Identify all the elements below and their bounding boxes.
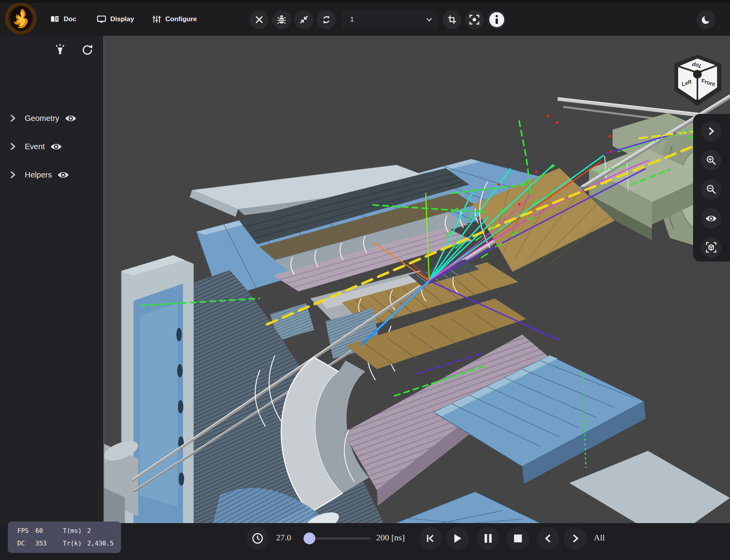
helpers-visibility-eye-icon[interactable] (57, 171, 69, 179)
right-toolbar (693, 114, 730, 262)
sidebar-item-event-label: Event (25, 142, 45, 151)
overlay-view-button[interactable] (701, 208, 721, 229)
chevron-right-icon (708, 127, 714, 135)
chevron-right-icon[interactable] (10, 114, 15, 122)
stats-dc-value: 353 (35, 540, 63, 547)
play-button[interactable] (446, 527, 469, 550)
collapse-view-button[interactable] (295, 10, 313, 29)
crop-view-button[interactable] (443, 10, 461, 29)
stats-time-value: 2 (87, 527, 91, 534)
phoenix-bird-icon (10, 5, 32, 31)
reset-view-button[interactable] (82, 44, 93, 57)
left-sidebar: Geometry Event Helpers (0, 36, 103, 560)
moon-icon (701, 15, 711, 25)
bug-icon (277, 15, 286, 24)
playback-speed-value: 27.0 (276, 533, 291, 543)
phoenix-event-display: Doc Display Configure (0, 0, 730, 560)
event-selector-dropdown[interactable]: 1 (342, 11, 439, 29)
lighting-button[interactable] (54, 44, 66, 58)
sidebar-item-geometry[interactable]: Geometry (0, 110, 103, 127)
stats-fps-label: FPS (17, 527, 35, 534)
zoom-in-icon (706, 155, 716, 165)
close-icon (255, 15, 263, 24)
stop-icon (514, 534, 522, 543)
cube-scan-icon (706, 242, 717, 253)
rotate-sync-icon (322, 15, 331, 24)
focus-scan-icon (469, 15, 479, 25)
sidebar-item-event[interactable]: Event (0, 138, 103, 155)
geometry-visibility-eye-icon[interactable] (65, 114, 77, 123)
previous-event-button[interactable] (536, 527, 559, 550)
info-button[interactable] (487, 10, 506, 29)
timed-playback-button[interactable] (246, 527, 269, 550)
top-navbar: Doc Display Configure (0, 3, 730, 36)
play-icon (453, 533, 462, 544)
detector-3d-view[interactable] (103, 36, 730, 560)
playback-range-label: 200 [ns] (376, 533, 405, 543)
info-icon (489, 12, 505, 27)
phoenix-logo[interactable] (5, 2, 37, 35)
collection-label: All (594, 533, 605, 543)
event-selector-value: 1 (350, 16, 426, 23)
event-visibility-eye-icon[interactable] (50, 143, 62, 151)
window-top-strip (0, 0, 730, 3)
collapse-panel-button[interactable] (701, 121, 721, 141)
crop-icon (447, 15, 457, 24)
zoom-in-button[interactable] (701, 150, 721, 170)
book-icon (50, 15, 59, 23)
monitor-icon (97, 15, 106, 23)
menu-configure-label: Configure (165, 15, 197, 23)
stats-triangles-value: 2,430.5 (87, 540, 113, 547)
refresh-icon (82, 44, 93, 56)
menu-doc[interactable]: Doc (50, 3, 76, 36)
debug-button[interactable] (272, 10, 291, 29)
sidebar-item-helpers-label: Helpers (25, 170, 52, 179)
zoom-out-icon (706, 184, 716, 194)
chevron-right-icon[interactable] (10, 143, 15, 150)
object-clipping-button[interactable] (701, 237, 721, 258)
stats-time-label: T(ms) (63, 527, 87, 534)
chevron-right-icon (573, 534, 578, 543)
clear-event-button[interactable] (250, 10, 269, 29)
playback-speed-slider[interactable] (304, 537, 371, 540)
skip-start-icon (426, 534, 435, 543)
pause-button[interactable] (477, 527, 499, 550)
chevron-down-icon (426, 18, 432, 22)
menu-doc-label: Doc (64, 15, 76, 23)
stats-triangles-label: Tr(k) (63, 540, 87, 547)
compress-arrows-icon (299, 15, 309, 24)
next-event-button[interactable] (564, 527, 587, 550)
detector-geometry (103, 36, 730, 560)
dark-mode-toggle[interactable] (697, 10, 715, 29)
eye-icon (705, 214, 717, 223)
stats-fps-value: 60 (35, 527, 63, 534)
chevron-right-icon[interactable] (10, 171, 15, 179)
stop-button[interactable] (507, 527, 529, 550)
performance-stats-panel: FPS 60 T(ms) 2 DC 353 Tr(k) 2,430.5 (8, 522, 121, 553)
skip-to-start-button[interactable] (419, 527, 442, 550)
slider-thumb[interactable] (304, 533, 315, 544)
orientation-cube[interactable]: Top Left Front (672, 53, 724, 109)
menu-display-label: Display (110, 15, 134, 23)
tune-sliders-icon (152, 15, 161, 23)
center-focus-button[interactable] (465, 10, 484, 29)
lamp-light-icon (54, 44, 66, 56)
auto-rotate-button[interactable] (317, 10, 336, 29)
clock-icon (252, 533, 263, 544)
sidebar-item-helpers[interactable]: Helpers (0, 166, 103, 183)
zoom-out-button[interactable] (701, 179, 721, 199)
chevron-left-icon (545, 534, 551, 543)
sidebar-item-geometry-label: Geometry (25, 114, 59, 123)
canvas-left-edge (103, 36, 104, 560)
menu-configure[interactable]: Configure (152, 3, 197, 36)
stats-dc-label: DC (17, 540, 35, 547)
pause-icon (484, 534, 492, 543)
menu-display[interactable]: Display (97, 3, 134, 36)
